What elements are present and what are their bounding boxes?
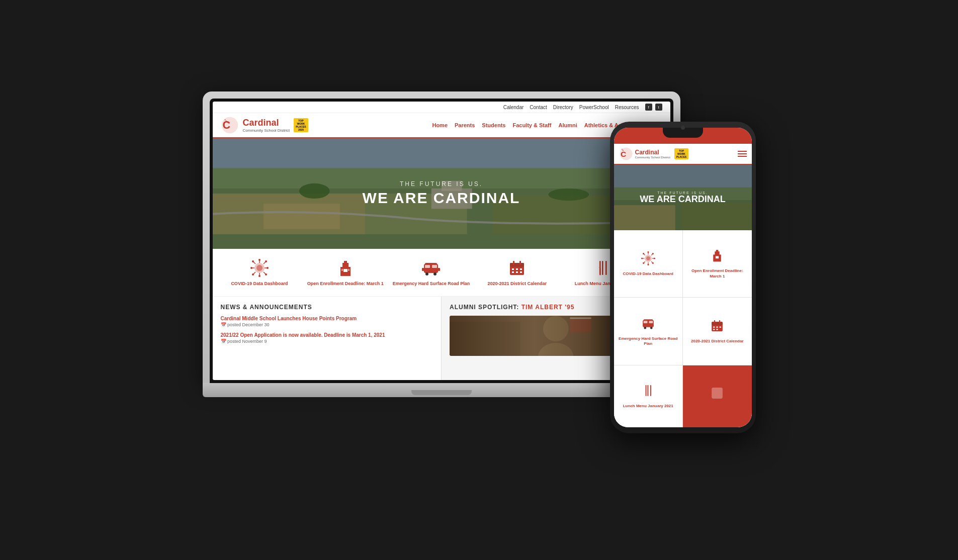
- svg-rect-48: [513, 261, 514, 265]
- hero-title: WE ARE CARDINAL: [363, 190, 520, 207]
- nav-students[interactable]: Students: [482, 122, 505, 128]
- svg-point-14: [256, 265, 263, 271]
- quick-link-calendar-label: 2020-2021 District Calendar: [488, 281, 547, 287]
- quick-link-enrollment-label: Open Enrollment Deadline: March 1: [307, 281, 384, 287]
- hamburger-menu[interactable]: [738, 151, 747, 157]
- phone-quick-last[interactable]: [683, 365, 752, 427]
- topbar-contact[interactable]: Contact: [530, 105, 547, 110]
- svg-point-42: [425, 272, 428, 275]
- svg-line-83: [644, 254, 645, 255]
- phone-building-icon: [710, 248, 724, 265]
- svg-rect-113: [650, 385, 651, 396]
- twitter-icon[interactable]: t: [655, 104, 662, 111]
- svg-point-86: [652, 253, 654, 254]
- topbar-directory[interactable]: Directory: [553, 105, 573, 110]
- svg-rect-36: [341, 269, 343, 271]
- phone-camera: [681, 126, 685, 130]
- svg-point-74: [646, 256, 650, 260]
- news-link-2[interactable]: 2021/22 Open Application is now availabl…: [221, 332, 433, 338]
- phone-quick-calendar[interactable]: 2020-2021 District Calendar: [683, 298, 752, 364]
- virus-icon: [250, 258, 269, 278]
- svg-rect-49: [519, 261, 521, 265]
- svg-point-43: [433, 272, 437, 275]
- news-item-1: Cardinal Middle School Launches House Po…: [221, 316, 433, 327]
- quick-link-road[interactable]: Emergency Hard Surface Road Plan: [388, 256, 474, 289]
- topbar-social: f t: [645, 104, 662, 111]
- quick-link-covid[interactable]: COVID-19 Data Dashboard: [217, 256, 303, 289]
- phone-bus-icon: [641, 316, 655, 333]
- site-navbar: C Cardinal Community School District TOP…: [213, 113, 670, 138]
- svg-point-88: [643, 262, 644, 263]
- hamburger-line-3: [738, 156, 747, 157]
- logo-badge: TOPWORKPLACES2020: [294, 118, 308, 132]
- news-date-2: 📅 posted November 9: [221, 339, 433, 344]
- phone-quick-lunch[interactable]: Lunch Menu January 2021: [614, 365, 683, 427]
- phone-quick-links: COVID-19 Data Dashboard: [614, 230, 752, 427]
- svg-point-78: [647, 263, 649, 265]
- nav-parents[interactable]: Parents: [455, 122, 475, 128]
- news-link-1[interactable]: Cardinal Middle School Launches House Po…: [221, 316, 433, 321]
- svg-point-22: [267, 267, 269, 269]
- topbar-calendar[interactable]: Calendar: [503, 105, 524, 110]
- alumni-name: TIM ALBERT '95: [521, 304, 575, 311]
- nav-home[interactable]: Home: [432, 122, 448, 128]
- hero-overlay: THE FUTURE IS US. WE ARE CARDINAL: [213, 138, 670, 249]
- facebook-icon[interactable]: f: [645, 104, 652, 111]
- svg-rect-50: [512, 268, 514, 270]
- nav-alumni[interactable]: Alumni: [558, 122, 577, 128]
- svg-point-20: [250, 267, 252, 269]
- phone-navbar: C Cardinal Community School District TOP…: [614, 144, 752, 165]
- svg-rect-106: [713, 327, 715, 328]
- svg-rect-41: [432, 265, 437, 268]
- svg-line-29: [264, 272, 266, 274]
- phone-quick-calendar-label: 2020-2021 District Calendar: [691, 339, 744, 344]
- svg-line-87: [644, 261, 645, 262]
- svg-rect-111: [645, 385, 646, 396]
- svg-point-24: [252, 260, 254, 262]
- svg-rect-112: [647, 385, 648, 396]
- phone-hero: THE FUTURE IS US. WE ARE CARDINAL: [614, 165, 752, 230]
- phone-logo-icon: C: [619, 147, 633, 161]
- svg-rect-95: [717, 256, 719, 259]
- svg-rect-53: [512, 271, 514, 273]
- phone-logo-cardinal: Cardinal: [635, 149, 670, 156]
- logo-cardinal-text: Cardinal: [243, 118, 290, 128]
- nav-faculty-staff[interactable]: Faculty & Staff: [512, 122, 551, 128]
- quick-link-calendar[interactable]: 2020-2021 District Calendar: [474, 256, 560, 289]
- quick-link-enrollment[interactable]: Open Enrollment Deadline: March 1: [302, 256, 388, 289]
- phone-logo-badge: TOPWORKPLACES: [674, 148, 688, 159]
- svg-line-25: [264, 262, 266, 264]
- phone-quick-road[interactable]: Emergency Hard Surface Road Plan: [614, 298, 683, 364]
- svg-rect-109: [713, 329, 715, 330]
- quick-link-road-label: Emergency Hard Surface Road Plan: [393, 281, 470, 287]
- laptop-device: Calendar Contact Directory PowerSchool R…: [203, 91, 680, 443]
- svg-rect-54: [516, 271, 518, 273]
- cardinal-logo-icon: C: [221, 116, 239, 134]
- building-icon: [336, 258, 355, 278]
- phone-quick-covid[interactable]: COVID-19 Data Dashboard: [614, 230, 683, 297]
- site-topbar: Calendar Contact Directory PowerSchool R…: [213, 102, 670, 113]
- svg-rect-35: [345, 269, 347, 272]
- phone-fork-icon: [641, 384, 655, 401]
- svg-rect-94: [716, 256, 717, 259]
- svg-rect-107: [717, 327, 718, 328]
- site-logo: C Cardinal Community School District TOP…: [221, 116, 308, 134]
- svg-point-82: [654, 257, 655, 259]
- svg-point-84: [643, 253, 644, 254]
- topbar-resources[interactable]: Resources: [615, 105, 639, 110]
- svg-rect-108: [720, 327, 721, 328]
- svg-text:C: C: [621, 150, 626, 158]
- news-item-2: 2021/22 Open Application is now availabl…: [221, 332, 433, 344]
- phone-red-icon: [710, 386, 724, 403]
- scene: Calendar Contact Directory PowerSchool R…: [203, 91, 756, 469]
- topbar-powerschool[interactable]: PowerSchool: [579, 105, 609, 110]
- svg-point-18: [258, 275, 260, 277]
- phone-hero-overlay: THE FUTURE IS US. WE ARE CARDINAL: [614, 165, 752, 230]
- phone-device: C Cardinal Community School District TOP…: [610, 122, 756, 433]
- svg-rect-105: [719, 320, 720, 323]
- phone-quick-enrollment[interactable]: Open Enrollment Deadline: March 1: [683, 230, 752, 297]
- svg-point-100: [644, 327, 646, 329]
- quick-link-covid-label: COVID-19 Data Dashboard: [231, 281, 288, 287]
- phone-hero-title: WE ARE CARDINAL: [640, 195, 725, 205]
- svg-line-89: [651, 261, 652, 262]
